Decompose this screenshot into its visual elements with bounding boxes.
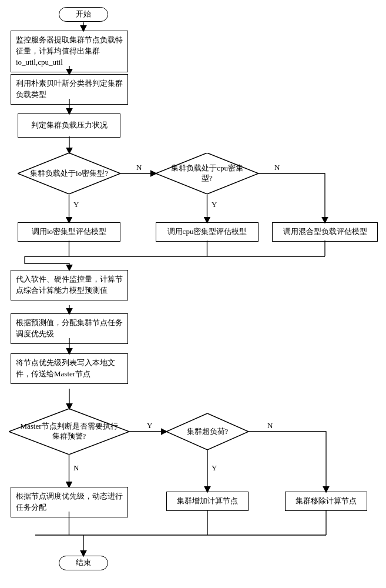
decision-master-warning: Master节点判断是否需要执行集群预警? [9, 409, 129, 455]
start-terminator: 开始 [59, 7, 108, 22]
process-judge-pressure: 判定集群负载压力状况 [18, 113, 120, 138]
label-d2-no: N [274, 163, 280, 172]
process-dynamic-assign-text: 根据节点调度优先级，动态进行任务分配 [16, 492, 123, 512]
decision-master-warning-text: Master节点判断是否需要执行集群预警? [9, 409, 129, 455]
process-add-node-text: 集群增加计算节点 [177, 496, 238, 505]
label-d4-no: N [267, 421, 273, 430]
process-bayes-classifier-text: 利用朴素贝叶斯分类器判定集群负载类型 [16, 79, 123, 99]
process-bayes-classifier: 利用朴素贝叶斯分类器判定集群负载类型 [11, 74, 128, 105]
label-d3-yes: Y [147, 421, 152, 430]
decision-io-intensive-text: 集群负载处于io密集型? [18, 153, 120, 194]
end-terminator: 结束 [59, 556, 108, 570]
decision-cpu-intensive: 集群负载处于cpu密集型? [156, 153, 259, 194]
process-io-model: 调用io密集型评估模型 [18, 222, 120, 242]
process-assign-priority-text: 根据预测值，分配集群节点任务调度优先级 [16, 318, 123, 338]
process-dynamic-assign: 根据节点调度优先级，动态进行任务分配 [11, 487, 128, 517]
label-d4-yes: Y [212, 463, 217, 473]
decision-cpu-intensive-text: 集群负载处于cpu密集型? [156, 153, 259, 194]
end-label: 结束 [76, 558, 91, 567]
process-compute-prediction-text: 代入软件、硬件监控量，计算节点综合计算能力模型预测值 [16, 275, 123, 295]
label-d3-no: N [73, 463, 79, 473]
process-judge-pressure-text: 判定集群负载压力状况 [31, 121, 108, 129]
process-cpu-model: 调用cpu密集型评估模型 [156, 222, 259, 242]
process-remove-node: 集群移除计算节点 [285, 492, 367, 511]
process-extract-load-text: 监控服务器提取集群节点负载特征量，计算均值得出集群io_util,cpu_uti… [16, 35, 123, 66]
process-write-file: 将节点优先级列表写入本地文件，传送给Master节点 [11, 353, 128, 384]
process-cpu-model-text: 调用cpu密集型评估模型 [167, 227, 247, 236]
process-remove-node-text: 集群移除计算节点 [296, 496, 357, 505]
process-mixed-model-text: 调用混合型负载评估模型 [283, 227, 367, 236]
decision-io-intensive: 集群负载处于io密集型? [18, 153, 120, 194]
label-d2-yes: Y [212, 200, 217, 209]
start-label: 开始 [76, 9, 91, 18]
process-add-node: 集群增加计算节点 [166, 492, 249, 511]
process-compute-prediction: 代入软件、硬件监控量，计算节点综合计算能力模型预测值 [11, 270, 128, 300]
process-write-file-text: 将节点优先级列表写入本地文件，传送给Master节点 [16, 358, 115, 378]
label-d1-yes: Y [73, 200, 79, 209]
process-assign-priority: 根据预测值，分配集群节点任务调度优先级 [11, 313, 128, 344]
process-mixed-model: 调用混合型负载评估模型 [272, 222, 378, 242]
decision-overload: 集群超负荷? [166, 413, 249, 450]
decision-overload-text: 集群超负荷? [166, 413, 249, 450]
process-io-model-text: 调用io密集型评估模型 [32, 227, 106, 236]
label-d1-no: N [136, 163, 142, 172]
process-extract-load: 监控服务器提取集群节点负载特征量，计算均值得出集群io_util,cpu_uti… [11, 31, 128, 72]
